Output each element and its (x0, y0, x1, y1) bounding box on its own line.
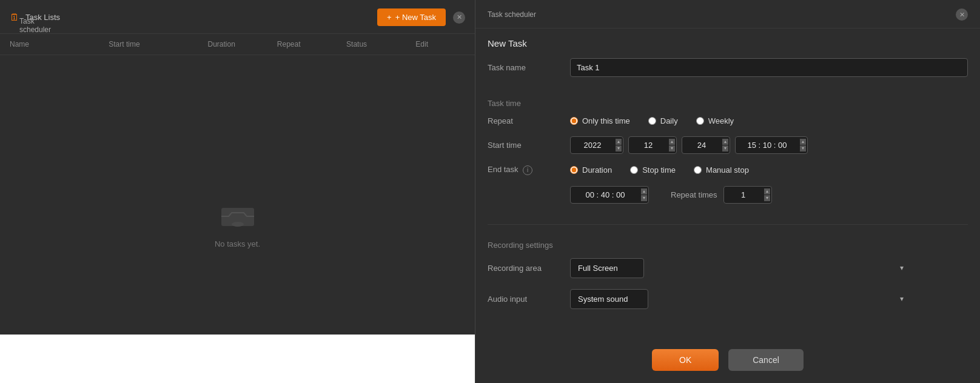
year-arrows: ▴ ▾ (616, 139, 622, 152)
end-task-label: End task i (488, 165, 560, 175)
end-duration[interactable]: Duration (570, 165, 612, 175)
repeat-daily-radio[interactable] (648, 117, 656, 125)
task-time-section: Repeat Only this time Daily Weekly Start… (475, 112, 980, 219)
repeat-only-radio[interactable] (570, 117, 578, 125)
right-close-icon: ✕ (959, 11, 965, 19)
end-stop-time[interactable]: Stop time (630, 165, 676, 175)
repeat-times-down[interactable]: ▾ (764, 195, 770, 201)
month-spinner: ▴ ▾ (628, 136, 677, 154)
audio-input-row: Audio input System sound No audio Microp… (488, 289, 968, 309)
col-status: Status (346, 40, 415, 48)
col-duration: Duration (208, 40, 277, 48)
start-time-label: Start time (488, 141, 560, 150)
time-input[interactable] (735, 136, 808, 154)
task-name-row: Task name (488, 58, 968, 77)
end-manual-label: Manual stop (706, 165, 749, 175)
calendar-icon: 🗓 (10, 12, 19, 23)
month-arrows: ▴ ▾ (669, 139, 675, 152)
end-duration-radio[interactable] (570, 166, 578, 174)
recording-section: Recording area Full Screen Custom Area W… (475, 253, 980, 325)
audio-input-label: Audio input (488, 295, 560, 304)
time-up[interactable]: ▴ (800, 139, 806, 145)
duration-up[interactable]: ▴ (641, 188, 647, 195)
end-stop-radio[interactable] (630, 166, 638, 174)
left-close-button[interactable]: ✕ (453, 12, 465, 24)
divider (488, 224, 968, 225)
repeat-radio-group: Only this time Daily Weekly (570, 116, 968, 125)
left-panel: 🗓 Task Lists + + New Task ✕ Task schedul… (0, 0, 475, 383)
repeat-only-label: Only this time (582, 116, 630, 125)
recording-area-row: Recording area Full Screen Custom Area W… (488, 258, 968, 278)
end-manual-stop[interactable]: Manual stop (694, 165, 749, 175)
audio-input-wrapper: System sound No audio Microphone (570, 289, 910, 309)
footer-buttons: OK Cancel (475, 337, 980, 383)
svg-point-1 (232, 222, 244, 227)
end-stop-label: Stop time (642, 165, 676, 175)
end-task-info-icon[interactable]: i (523, 165, 532, 175)
col-edit: Edit (415, 40, 465, 48)
repeat-only-this-time[interactable]: Only this time (570, 116, 630, 125)
year-spinner: ▴ ▾ (570, 136, 623, 154)
col-repeat: Repeat (277, 40, 346, 48)
right-panel-header: Task scheduler ✕ (475, 0, 980, 28)
task-name-section: Task name (475, 53, 980, 93)
day-spinner: ▴ ▾ (682, 136, 730, 154)
table-header: Name Start time Duration Repeat Status E… (0, 34, 475, 55)
recording-area-wrapper: Full Screen Custom Area Window (570, 258, 910, 278)
recording-area-label: Recording area (488, 264, 560, 273)
new-task-label: + New Task (395, 13, 436, 22)
repeat-times-group: Repeat times ▴ ▾ (671, 186, 772, 204)
end-manual-radio[interactable] (694, 166, 702, 174)
cancel-button[interactable]: Cancel (728, 349, 804, 371)
repeat-daily[interactable]: Daily (648, 116, 678, 125)
time-down[interactable]: ▾ (800, 145, 806, 152)
duration-arrows: ▴ ▾ (641, 188, 647, 201)
time-arrows: ▴ ▾ (800, 139, 806, 152)
repeat-times-spinner: ▴ ▾ (723, 186, 772, 204)
time-spinner: ▴ ▾ (735, 136, 808, 154)
empty-state: No tasks yet. (0, 55, 475, 383)
left-panel-header: 🗓 Task Lists + + New Task ✕ (0, 0, 475, 34)
right-panel: Task scheduler ✕ New Task Task name Task… (475, 0, 980, 383)
repeat-daily-label: Daily (660, 116, 678, 125)
close-icon: ✕ (457, 13, 462, 21)
plus-icon: + (387, 13, 392, 22)
task-name-label: Task name (488, 63, 560, 72)
right-close-button[interactable]: ✕ (956, 8, 968, 21)
end-duration-label: Duration (582, 165, 612, 175)
new-task-button[interactable]: + + New Task (377, 8, 446, 26)
duration-input[interactable] (570, 186, 649, 204)
new-task-section-title: New Task (475, 28, 980, 53)
year-down[interactable]: ▾ (616, 145, 622, 152)
col-start-time: Start time (109, 40, 207, 48)
empty-tray-icon (216, 190, 259, 232)
task-name-input[interactable] (570, 58, 968, 77)
repeat-weekly[interactable]: Weekly (696, 116, 734, 125)
end-task-radio-group: Duration Stop time Manual stop (570, 165, 968, 175)
ok-button[interactable]: OK (652, 349, 719, 371)
audio-input-select[interactable]: System sound No audio Microphone (570, 289, 648, 309)
repeat-weekly-radio[interactable] (696, 117, 704, 125)
recording-area-select[interactable]: Full Screen Custom Area Window (570, 258, 644, 278)
empty-text: No tasks yet. (215, 239, 260, 248)
right-window-title: Task scheduler (488, 10, 536, 19)
month-up[interactable]: ▴ (669, 139, 675, 145)
repeat-label: Repeat (488, 116, 560, 125)
repeat-weekly-label: Weekly (708, 116, 734, 125)
repeat-times-up[interactable]: ▴ (764, 188, 770, 195)
year-up[interactable]: ▴ (616, 139, 622, 145)
day-down[interactable]: ▾ (722, 145, 728, 152)
day-up[interactable]: ▴ (722, 139, 728, 145)
start-time-controls: ▴ ▾ ▴ ▾ ▴ ▾ (570, 136, 968, 154)
month-down[interactable]: ▾ (669, 145, 675, 152)
end-task-row: End task i Duration Stop time Manual sto… (488, 165, 968, 175)
duration-spinner: ▴ ▾ (570, 186, 649, 204)
recording-settings-label: Recording settings (475, 235, 980, 253)
start-time-row: Start time ▴ ▾ ▴ ▾ (488, 136, 968, 154)
col-name: Name (10, 40, 109, 48)
left-window-title: Task scheduler (19, 17, 51, 34)
duration-down[interactable]: ▾ (641, 195, 647, 201)
duration-row: ▴ ▾ Repeat times ▴ ▾ (488, 186, 968, 204)
repeat-times-arrows: ▴ ▾ (764, 188, 770, 201)
bottom-strip (0, 335, 475, 383)
